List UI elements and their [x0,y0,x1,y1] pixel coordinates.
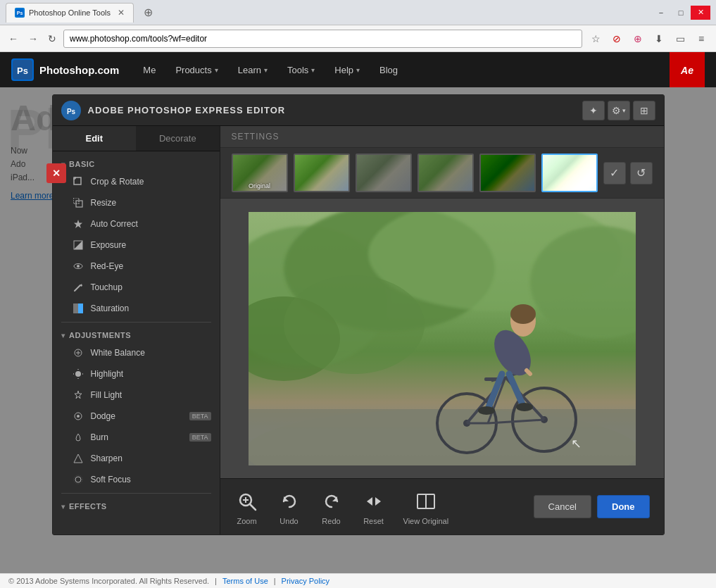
tool-auto-correct[interactable]: Auto Correct [53,213,220,234]
tool-soft-focus[interactable]: Soft Focus [53,469,220,490]
tool-white-balance[interactable]: White Balance [53,342,220,363]
filter-thumb-3[interactable] [356,154,412,192]
cancel-button[interactable]: Cancel [534,495,591,518]
forward-button[interactable]: → [25,30,41,47]
sharpen-label: Sharpen [91,453,211,463]
tool-red-eye[interactable]: Red-Eye [53,256,220,277]
tool-crop-rotate[interactable]: Crop & Rotate [53,171,220,192]
settings-arrow: ▾ [622,107,626,114]
footer-privacy-link[interactable]: Privacy Policy [282,577,329,585]
browser-tab[interactable]: Ps Photoshop Online Tools ✕ [6,3,134,23]
svg-text:Ps: Ps [17,65,28,76]
filter-thumb-2[interactable] [294,154,350,192]
fill-light-label: Fill Light [91,390,211,400]
nav-me[interactable]: Me [133,52,165,87]
address-bar[interactable] [63,30,582,48]
filter-reset-button[interactable]: ↺ [630,162,653,184]
zoom-label: Zoom [237,517,256,525]
site-footer: © 2013 Adobe Systems Incorporated. All R… [0,573,716,588]
bookmark-icon[interactable]: ☆ [586,30,605,48]
tool-saturation[interactable]: Saturation [53,298,220,319]
section-separator [61,322,211,323]
modal-external-close[interactable]: ✕ [46,163,66,183]
filter-accept-button[interactable]: ✓ [603,162,626,184]
tab-decorate[interactable]: Decorate [136,126,220,151]
filter-thumb-5[interactable] [479,154,536,192]
tab-edit[interactable]: Edit [53,126,137,151]
back-button[interactable]: ← [6,30,21,47]
nav-tools[interactable]: Tools ▾ [277,52,325,87]
redo-tool[interactable]: Redo [319,489,344,525]
tool-fill-light[interactable]: Fill Light [53,384,220,406]
nav-blog[interactable]: Blog [370,52,408,87]
redo-label: Redo [322,517,340,525]
filter-thumb-4[interactable] [417,154,474,192]
footer-copyright: © 2013 Adobe Systems Incorporated. All R… [8,577,209,585]
screen-icon[interactable]: ▭ [671,30,689,48]
effects-section-arrow: ▾ [61,503,65,511]
nav-products[interactable]: Products ▾ [165,52,227,87]
tool-sharpen[interactable]: Sharpen [53,448,220,469]
canvas-area: ↖ [220,199,664,478]
undo-icon [277,489,302,514]
footer-terms-link[interactable]: Terms of Use [222,577,268,585]
filter-thumb-6[interactable] [541,154,598,192]
tool-highlight[interactable]: Highlight [53,363,220,384]
new-tab-button[interactable]: ⊕ [139,4,157,20]
site-navigation: Ps Photoshop.com Me Products ▾ Learn ▾ T… [0,52,716,87]
pocket-icon[interactable]: ⊕ [629,30,647,48]
filter-thumb-4-preview [419,155,472,191]
refresh-button[interactable]: ↻ [45,30,59,47]
download-icon[interactable]: ⬇ [650,30,668,48]
reset-tool[interactable]: Reset [361,489,387,525]
view-original-tool[interactable]: View Original [403,489,449,525]
menu-icon[interactable]: ≡ [692,30,710,48]
nav-help[interactable]: Help ▾ [325,52,370,87]
filter-thumb-6-preview [543,155,596,191]
tab-close-button[interactable]: ✕ [118,8,125,18]
tool-exposure[interactable]: Exposure [53,234,220,256]
reset-icon [361,489,387,514]
exposure-label: Exposure [91,240,211,250]
modal-layout-button[interactable]: ⊞ [633,101,655,120]
sharpen-icon [73,453,84,464]
modal-settings-button[interactable]: ⚙ ▾ [608,101,630,120]
basic-section-label: BASIC [69,160,95,168]
view-original-label: View Original [403,517,449,525]
tool-touchup[interactable]: Touchup [53,277,220,298]
nav-learn-label: Learn [238,65,261,75]
maximize-button[interactable]: □ [671,6,691,20]
zoom-tool[interactable]: Zoom [234,489,260,525]
tool-burn[interactable]: Burn BETA [53,427,220,448]
svg-text:Ps: Ps [66,108,75,115]
site-logo[interactable]: Ps Photoshop.com [11,58,119,81]
filter-thumb-original[interactable]: Original [232,154,288,192]
filter-thumb-5-preview [481,155,534,191]
left-panel: Edit Decorate ▾ BASIC [53,126,220,534]
svg-marker-30 [75,391,82,399]
modal-titlebar: Ps ADOBE PHOTOSHOP EXPRESS EDITOR ✦ ⚙ ▾ … [53,95,664,126]
settings-gear-icon: ⚙ [612,105,621,116]
tool-dodge[interactable]: Dodge BETA [53,406,220,427]
svg-marker-33 [74,454,82,463]
basic-section-header: ▾ BASIC [53,154,220,171]
minimize-button[interactable]: − [651,6,671,20]
filter-strip: Original [220,148,664,199]
svg-point-25 [75,371,81,377]
website-content: Ps Photoshop.com Me Products ▾ Learn ▾ T… [0,52,716,588]
bottom-actions: Cancel Done [534,495,650,518]
tool-resize[interactable]: Resize [53,192,220,213]
undo-tool[interactable]: Undo [277,489,302,525]
nav-learn[interactable]: Learn ▾ [228,52,277,87]
svg-text:↖: ↖ [571,437,582,451]
done-button[interactable]: Done [597,495,650,518]
svg-marker-77 [375,497,381,501]
svg-point-34 [75,477,81,482]
red-eye-icon [73,261,84,272]
svg-rect-21 [78,304,83,313]
close-button[interactable]: ✕ [691,6,710,20]
filter-thumb-3-preview [357,155,410,191]
svg-text:Ae: Ae [680,65,693,76]
adblock-icon[interactable]: ⊘ [608,30,626,48]
modal-wand-button[interactable]: ✦ [582,101,605,120]
